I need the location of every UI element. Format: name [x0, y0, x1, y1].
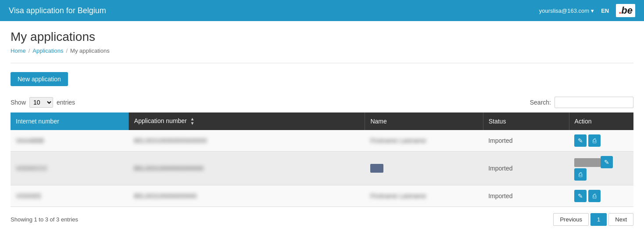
col-status-label: Status: [489, 118, 506, 125]
logo-text: be: [621, 5, 633, 16]
user-email: yourslisa@163.com: [539, 7, 589, 14]
breadcrumb-sep-1: /: [29, 47, 30, 54]
cell-internet-number: VDDDEE: [11, 185, 129, 207]
col-internet-number[interactable]: Internet number: [11, 112, 129, 130]
sort-arrows-icon: ▲▼: [190, 117, 195, 126]
print-button[interactable]: ⎙: [588, 190, 601, 202]
next-button[interactable]: Next: [608, 213, 633, 226]
belgium-logo: .be: [616, 4, 635, 17]
table-header: Internet number Application number ▲▼ Na…: [11, 112, 633, 130]
cell-status: Imported: [483, 130, 569, 152]
table-row: VAAABBBBEL003100000000000000Firstname La…: [11, 130, 633, 152]
show-entries-control: Show 10 25 50 100 entries: [11, 97, 75, 108]
breadcrumb-sep-2: /: [66, 47, 68, 54]
pagination: Previous 1 Next: [553, 213, 633, 226]
show-label: Show: [11, 99, 26, 106]
page-title: My applications: [11, 30, 633, 44]
language-selector[interactable]: EN: [601, 7, 609, 14]
new-application-button[interactable]: New application: [11, 72, 68, 86]
previous-button[interactable]: Previous: [553, 213, 589, 226]
cell-action: ✎⎙: [569, 152, 633, 185]
cell-action: ✎⎙: [569, 130, 633, 152]
cell-status: Imported: [483, 152, 569, 185]
app-title: Visa application for Belgium: [9, 6, 106, 15]
entries-select[interactable]: 10 25 50 100: [29, 97, 53, 108]
col-name-label: Name: [370, 118, 386, 125]
search-label: Search:: [530, 99, 551, 106]
table-row: VOOOCCCBEL00310000000000000Imported✎⎙: [11, 152, 633, 185]
cell-name: Firstname Lastname: [365, 130, 483, 152]
main-content: My applications Home / Applications / My…: [0, 21, 644, 232]
cell-action: ✎⎙: [569, 185, 633, 207]
user-menu[interactable]: yourslisa@163.com ▾: [539, 7, 594, 14]
edit-button[interactable]: ✎: [601, 156, 613, 168]
table-controls: Show 10 25 50 100 entries Search:: [11, 97, 633, 108]
header: Visa application for Belgium yourslisa@1…: [0, 0, 644, 21]
print-button[interactable]: ⎙: [588, 134, 601, 147]
col-action-label: Action: [575, 118, 592, 125]
cell-status: Imported: [483, 185, 569, 207]
search-input[interactable]: [555, 97, 633, 108]
header-right: yourslisa@163.com ▾ EN .be: [539, 4, 635, 17]
breadcrumb-applications[interactable]: Applications: [32, 47, 63, 54]
cell-application-number: BEL003100000000000: [129, 185, 365, 207]
applications-table: Internet number Application number ▲▼ Na…: [11, 112, 633, 207]
col-internet-number-label: Internet number: [16, 118, 59, 125]
section-divider: [11, 63, 633, 63]
cell-application-number: BEL00310000000000000: [129, 152, 365, 185]
table-row: VDDDEEBEL003100000000000Firstname Lastna…: [11, 185, 633, 207]
col-application-number[interactable]: Application number ▲▼: [129, 112, 365, 130]
col-application-number-label: Application number: [134, 117, 187, 124]
table-body: VAAABBBBEL003100000000000000Firstname La…: [11, 130, 633, 207]
print-button[interactable]: ⎙: [574, 168, 587, 181]
cell-name: [365, 152, 483, 185]
edit-button[interactable]: ✎: [574, 134, 587, 147]
entries-label: entries: [57, 99, 75, 106]
page-1-button[interactable]: 1: [590, 213, 607, 226]
user-dropdown-icon: ▾: [591, 7, 594, 14]
showing-text: Showing 1 to 3 of 3 entries: [11, 216, 78, 223]
breadcrumb: Home / Applications / My applications: [11, 47, 633, 54]
breadcrumb-current: My applications: [70, 47, 110, 54]
cell-name: Firstname Lastname: [365, 185, 483, 207]
table-footer: Showing 1 to 3 of 3 entries Previous 1 N…: [11, 213, 633, 226]
col-status[interactable]: Status: [483, 112, 569, 130]
edit-button[interactable]: ✎: [574, 190, 587, 202]
breadcrumb-home[interactable]: Home: [11, 47, 26, 54]
cell-internet-number: VAAABBB: [11, 130, 129, 152]
col-name[interactable]: Name: [365, 112, 483, 130]
search-area: Search:: [530, 97, 633, 108]
col-action: Action: [569, 112, 633, 130]
cell-internet-number: VOOOCCC: [11, 152, 129, 185]
cell-application-number: BEL003100000000000000: [129, 130, 365, 152]
